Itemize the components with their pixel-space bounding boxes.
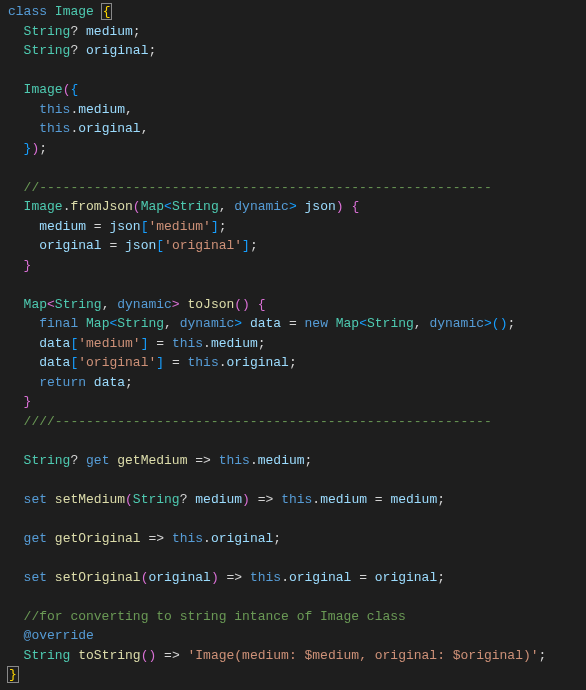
keyword: set bbox=[24, 492, 47, 507]
annotation: @override bbox=[24, 628, 94, 643]
code-editor[interactable]: class Image { String? medium; String? or… bbox=[8, 2, 586, 685]
var: medium bbox=[211, 336, 258, 351]
paren: ) bbox=[336, 199, 344, 214]
type: Map bbox=[141, 199, 164, 214]
punc: ; bbox=[219, 219, 227, 234]
var: json bbox=[109, 219, 140, 234]
brace: } bbox=[24, 394, 32, 409]
comment: //--------------------------------------… bbox=[24, 180, 492, 195]
keyword: class bbox=[8, 4, 47, 19]
punc: = bbox=[86, 219, 109, 234]
type: Map bbox=[86, 316, 109, 331]
line: } bbox=[8, 667, 18, 682]
punc: < bbox=[359, 316, 367, 331]
punc: = bbox=[281, 316, 304, 331]
punc: ; bbox=[148, 43, 156, 58]
line: //for converting to string intance of Im… bbox=[8, 609, 406, 624]
ctor: Image bbox=[24, 82, 63, 97]
brace: { bbox=[351, 199, 359, 214]
var: medium bbox=[86, 24, 133, 39]
line: set setOriginal(original) => this.origin… bbox=[8, 570, 445, 585]
line: set setMedium(String? medium) => this.me… bbox=[8, 492, 445, 507]
punc: ; bbox=[133, 24, 141, 39]
brace: } bbox=[7, 666, 19, 683]
punc: > bbox=[484, 316, 492, 331]
keyword: dynamic bbox=[180, 316, 235, 331]
paren: () bbox=[492, 316, 508, 331]
keyword: dynamic bbox=[117, 297, 172, 312]
punc: = bbox=[367, 492, 390, 507]
keyword: dynamic bbox=[234, 199, 289, 214]
blank-line bbox=[8, 550, 16, 565]
var: json bbox=[125, 238, 156, 253]
type: String bbox=[24, 648, 71, 663]
keyword: new bbox=[305, 316, 328, 331]
type: String bbox=[367, 316, 414, 331]
var: original bbox=[86, 43, 148, 58]
punc: , bbox=[125, 102, 133, 117]
paren: ( bbox=[234, 297, 242, 312]
line: String? get getMedium => this.medium; bbox=[8, 453, 312, 468]
punc: > bbox=[234, 316, 242, 331]
line: Map<String, dynamic> toJson() { bbox=[8, 297, 266, 312]
punc: => bbox=[187, 453, 218, 468]
line: String toString() => 'Image(medium: $med… bbox=[8, 648, 546, 663]
punc: = bbox=[102, 238, 125, 253]
punc: . bbox=[281, 570, 289, 585]
line: String? medium; bbox=[8, 24, 141, 39]
type: String bbox=[24, 43, 71, 58]
punc: => bbox=[250, 492, 281, 507]
line: medium = json['medium']; bbox=[8, 219, 227, 234]
keyword: final bbox=[39, 316, 78, 331]
punc: . bbox=[250, 453, 258, 468]
fn: setOriginal bbox=[55, 570, 141, 585]
punc: < bbox=[164, 199, 172, 214]
comment: ////------------------------------------… bbox=[24, 414, 492, 429]
type: String bbox=[117, 316, 164, 331]
keyword: return bbox=[39, 375, 86, 390]
punc: => bbox=[156, 648, 187, 663]
line: final Map<String, dynamic> data = new Ma… bbox=[8, 316, 515, 331]
paren: ) bbox=[211, 570, 219, 585]
brace: } bbox=[24, 258, 32, 273]
fn: getOriginal bbox=[55, 531, 141, 546]
var: json bbox=[305, 199, 336, 214]
keyword: this bbox=[172, 531, 203, 546]
var: data bbox=[39, 355, 70, 370]
line: data['medium'] = this.medium; bbox=[8, 336, 266, 351]
blank-line bbox=[8, 160, 16, 175]
type: Map bbox=[336, 316, 359, 331]
fn: setMedium bbox=[55, 492, 125, 507]
string: 'original' bbox=[164, 238, 242, 253]
punc: ; bbox=[250, 238, 258, 253]
punc: ; bbox=[125, 375, 133, 390]
punc: = bbox=[164, 355, 187, 370]
punc: , bbox=[414, 316, 430, 331]
string: 'Image(medium: $medium, original: $origi… bbox=[188, 648, 539, 663]
punc: ; bbox=[507, 316, 515, 331]
var: original bbox=[211, 531, 273, 546]
paren: ( bbox=[133, 199, 141, 214]
type: String bbox=[133, 492, 180, 507]
brace: { bbox=[258, 297, 266, 312]
class-name: Image bbox=[55, 4, 94, 19]
keyword: dynamic bbox=[429, 316, 484, 331]
type: Map bbox=[24, 297, 47, 312]
punc: => bbox=[141, 531, 172, 546]
line: original = json['original']; bbox=[8, 238, 258, 253]
punc: ; bbox=[258, 336, 266, 351]
type: String bbox=[24, 24, 71, 39]
var: original bbox=[39, 238, 101, 253]
punc: ; bbox=[437, 570, 445, 585]
brace: { bbox=[70, 82, 78, 97]
line: class Image { bbox=[8, 4, 111, 19]
keyword: this bbox=[39, 121, 70, 136]
keyword: this bbox=[219, 453, 250, 468]
keyword: this bbox=[187, 355, 218, 370]
var: original bbox=[227, 355, 289, 370]
punc: => bbox=[219, 570, 250, 585]
keyword: this bbox=[172, 336, 203, 351]
paren: ) bbox=[242, 492, 250, 507]
blank-line bbox=[8, 63, 16, 78]
bracket: ] bbox=[242, 238, 250, 253]
